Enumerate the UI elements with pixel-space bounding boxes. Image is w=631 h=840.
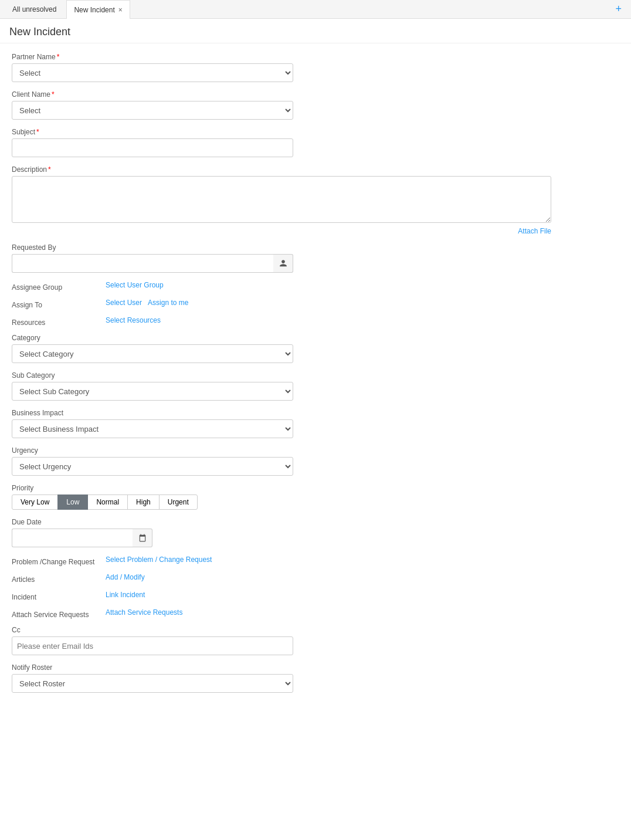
problem-change-request-label: Problem /Change Request: [12, 556, 106, 566]
priority-normal[interactable]: Normal: [87, 494, 128, 510]
articles-actions: Add / Modify: [106, 573, 145, 581]
client-name-select[interactable]: Select: [12, 101, 293, 120]
resources-label: Resources: [12, 316, 106, 327]
assign-to-row: Assign To Select User Assign to me: [12, 299, 551, 309]
cc-input[interactable]: [12, 636, 293, 655]
select-problem-link[interactable]: Select Problem / Change Request: [106, 556, 212, 564]
description-label: Description*: [12, 165, 551, 174]
requested-by-input[interactable]: [12, 254, 273, 273]
attach-service-requests-label: Attach Service Requests: [12, 608, 106, 619]
notify-roster-label: Notify Roster: [12, 663, 551, 672]
urgency-group: Urgency Select Urgency: [12, 446, 551, 476]
priority-group: Priority Very Low Low Normal High Urgent: [12, 484, 551, 510]
select-user-group-link[interactable]: Select User Group: [106, 281, 164, 289]
select-user-link[interactable]: Select User: [106, 299, 142, 307]
category-select[interactable]: Select Category: [12, 344, 293, 363]
assignee-group-label: Assignee Group: [12, 281, 106, 292]
requested-by-label: Requested By: [12, 243, 551, 252]
tab-new-incident[interactable]: New Incident ×: [66, 0, 130, 19]
incident-actions: Link Incident: [106, 591, 145, 599]
tab-bar: All unresolved New Incident × +: [0, 0, 631, 19]
articles-label: Articles: [12, 573, 106, 584]
tab-close-icon[interactable]: ×: [118, 6, 123, 14]
articles-row: Articles Add / Modify: [12, 573, 551, 584]
attach-service-requests-link[interactable]: Attach Service Requests: [106, 608, 182, 617]
attach-service-requests-actions: Attach Service Requests: [106, 608, 182, 617]
sub-category-select[interactable]: Select Sub Category: [12, 382, 293, 401]
client-name-label: Client Name*: [12, 90, 551, 99]
business-impact-select[interactable]: Select Business Impact: [12, 419, 293, 438]
incident-row: Incident Link Incident: [12, 591, 551, 601]
priority-label: Priority: [12, 484, 551, 492]
notify-roster-group: Notify Roster Select Roster: [12, 663, 551, 693]
priority-very-low[interactable]: Very Low: [12, 494, 58, 510]
calendar-icon[interactable]: [133, 529, 152, 547]
subject-label: Subject*: [12, 128, 551, 136]
requested-by-person-icon[interactable]: [273, 254, 293, 273]
resources-row: Resources Select Resources: [12, 316, 551, 327]
assign-to-me-link[interactable]: Assign to me: [148, 299, 188, 307]
link-incident-link[interactable]: Link Incident: [106, 591, 145, 599]
tab-all-unresolved[interactable]: All unresolved: [5, 0, 64, 19]
assignee-group-row: Assignee Group Select User Group: [12, 281, 551, 292]
due-date-label: Due Date: [12, 518, 551, 526]
partner-name-group: Partner Name* Select: [12, 53, 551, 82]
assign-to-actions: Select User Assign to me: [106, 299, 188, 307]
resources-actions: Select Resources: [106, 316, 161, 324]
problem-change-request-row: Problem /Change Request Select Problem /…: [12, 556, 551, 566]
priority-buttons: Very Low Low Normal High Urgent: [12, 494, 293, 510]
cc-group: Cc: [12, 626, 551, 655]
due-date-input[interactable]: [12, 529, 133, 547]
assignee-group-actions: Select User Group: [106, 281, 164, 289]
subject-input[interactable]: [12, 138, 293, 157]
attach-file-link[interactable]: Attach File: [12, 227, 551, 235]
description-textarea[interactable]: [12, 176, 551, 223]
sub-category-label: Sub Category: [12, 371, 551, 380]
page-title: New Incident: [0, 19, 631, 43]
add-modify-link[interactable]: Add / Modify: [106, 573, 145, 581]
due-date-group: Due Date: [12, 518, 551, 547]
category-label: Category: [12, 334, 551, 342]
client-name-group: Client Name* Select: [12, 90, 551, 120]
add-tab-icon[interactable]: +: [610, 3, 626, 15]
urgency-select[interactable]: Select Urgency: [12, 457, 293, 476]
business-impact-group: Business Impact Select Business Impact: [12, 409, 551, 438]
requested-by-wrapper: [12, 254, 293, 273]
priority-urgent[interactable]: Urgent: [159, 494, 198, 510]
select-resources-link[interactable]: Select Resources: [106, 316, 161, 324]
partner-name-label: Partner Name*: [12, 53, 551, 61]
problem-change-request-actions: Select Problem / Change Request: [106, 556, 212, 564]
sub-category-group: Sub Category Select Sub Category: [12, 371, 551, 401]
notify-roster-select[interactable]: Select Roster: [12, 674, 293, 693]
priority-low[interactable]: Low: [57, 494, 88, 510]
assign-to-label: Assign To: [12, 299, 106, 309]
partner-name-select[interactable]: Select: [12, 63, 293, 82]
attach-service-requests-row: Attach Service Requests Attach Service R…: [12, 608, 551, 619]
category-group: Category Select Category: [12, 334, 551, 363]
due-date-wrapper: [12, 529, 152, 547]
requested-by-group: Requested By: [12, 243, 551, 273]
business-impact-label: Business Impact: [12, 409, 551, 417]
priority-high[interactable]: High: [127, 494, 160, 510]
description-group: Description* Attach File: [12, 165, 551, 235]
form-container: Partner Name* Select Client Name* Select…: [0, 43, 563, 710]
incident-label: Incident: [12, 591, 106, 601]
urgency-label: Urgency: [12, 446, 551, 455]
cc-label: Cc: [12, 626, 551, 634]
subject-group: Subject*: [12, 128, 551, 157]
